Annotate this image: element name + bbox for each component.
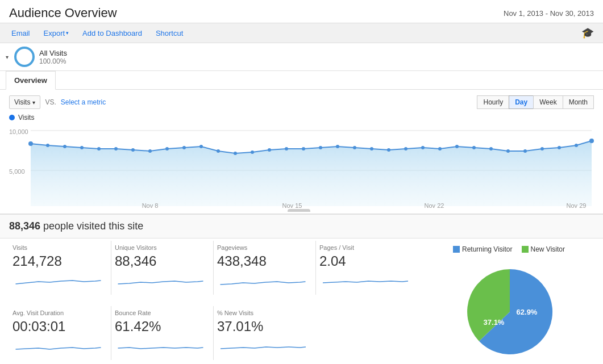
segment-name: All Visits xyxy=(39,49,67,57)
shortcut-button[interactable]: Shortcut xyxy=(153,28,185,39)
stats-count: 88,346 xyxy=(9,220,40,232)
svg-text:Nov 22: Nov 22 xyxy=(425,202,444,209)
time-btn-month[interactable]: Month xyxy=(563,95,594,109)
svg-text:Nov 8: Nov 8 xyxy=(142,202,159,209)
svg-point-13 xyxy=(182,146,186,149)
stat-visits-value: 214,728 xyxy=(13,253,104,269)
stats-row-2: Avg. Visit Duration 00:03:01 Bounce Rate… xyxy=(0,304,444,364)
stat-avg-duration: Avg. Visit Duration 00:03:01 xyxy=(9,306,111,360)
stat-unique-visitors: Unique Visitors 88,346 xyxy=(111,241,214,295)
stat-new-visits: % New Visits 37.01% xyxy=(214,306,316,360)
stat-nv-value: 37.01% xyxy=(217,319,309,334)
segment-info: All Visits 100.00% xyxy=(39,49,67,65)
svg-text:Nov 29: Nov 29 xyxy=(567,202,587,209)
legend-label: Visits xyxy=(18,114,34,122)
segment-dropdown[interactable]: ▾ xyxy=(6,54,9,60)
time-buttons: Hourly Day Week Month xyxy=(477,95,594,109)
stat-ppv-value: 2.04 xyxy=(319,253,411,269)
svg-point-14 xyxy=(199,145,203,148)
stat-pv-label: Pageviews xyxy=(217,244,309,251)
chart-controls: Visits ▾ VS. Select a metric Hourly Day … xyxy=(9,95,594,109)
chart-area: Visits ▾ VS. Select a metric Hourly Day … xyxy=(0,90,603,214)
stat-ad-label: Avg. Visit Duration xyxy=(13,309,104,316)
svg-point-27 xyxy=(421,146,425,149)
svg-point-18 xyxy=(268,148,271,152)
time-btn-week[interactable]: Week xyxy=(533,95,563,109)
svg-point-21 xyxy=(319,146,322,149)
stat-visits-label: Visits xyxy=(13,244,104,251)
svg-point-31 xyxy=(489,147,493,150)
sparkline-visits xyxy=(13,273,104,290)
svg-point-24 xyxy=(370,147,373,150)
stat-pages-per-visit: Pages / Visit 2.04 xyxy=(316,241,418,295)
stat-br-value: 61.42% xyxy=(115,319,206,334)
svg-point-11 xyxy=(148,149,152,153)
pie-legend-new: New Visitor xyxy=(522,245,565,253)
tabs-row: Overview xyxy=(0,71,603,90)
svg-point-32 xyxy=(506,149,510,153)
svg-point-17 xyxy=(251,150,254,154)
chevron-down-icon: ▾ xyxy=(6,54,9,60)
svg-point-15 xyxy=(217,149,220,153)
pie-section: Returning Visitor New Visitor xyxy=(444,239,603,364)
pie-legend: Returning Visitor New Visitor xyxy=(453,245,594,253)
sparkline-ppv xyxy=(319,273,411,290)
page-header: Audience Overview Nov 1, 2013 - Nov 30, … xyxy=(0,0,603,23)
stat-ad-value: 00:03:01 xyxy=(13,319,104,334)
svg-point-19 xyxy=(285,147,288,150)
metric-dropdown[interactable]: Visits ▾ xyxy=(9,95,40,109)
svg-point-20 xyxy=(302,147,305,150)
stat-pv-value: 438,348 xyxy=(217,253,309,269)
time-btn-day[interactable]: Day xyxy=(509,95,534,109)
svg-point-36 xyxy=(575,144,578,147)
svg-point-10 xyxy=(131,148,135,152)
stats-section: Visits 214,728 Unique Visitors 88,346 Pa… xyxy=(0,239,444,364)
stat-ppv-label: Pages / Visit xyxy=(319,244,411,251)
sparkline-uv xyxy=(115,273,206,290)
svg-text:37.1%: 37.1% xyxy=(484,318,505,327)
date-range: Nov 1, 2013 - Nov 30, 2013 xyxy=(504,9,594,18)
svg-point-5 xyxy=(46,144,49,147)
svg-point-22 xyxy=(336,145,339,148)
tab-overview[interactable]: Overview xyxy=(6,71,56,90)
stat-uv-value: 88,346 xyxy=(115,253,206,269)
sparkline-br xyxy=(115,338,206,355)
segment-percentage: 100.00% xyxy=(39,57,67,65)
email-button[interactable]: Email xyxy=(9,28,32,39)
sparkline-nv xyxy=(217,338,309,355)
new-visitor-label: New Visitor xyxy=(531,245,565,253)
select-metric-link[interactable]: Select a metric xyxy=(61,98,106,106)
svg-rect-42 xyxy=(288,209,310,212)
sparkline-pv xyxy=(217,273,309,290)
chart-legend: Visits xyxy=(9,114,594,122)
segment-row: ▾ All Visits 100.00% xyxy=(0,43,603,71)
page-title: Audience Overview xyxy=(9,6,117,20)
svg-point-34 xyxy=(540,147,544,150)
svg-text:10,000: 10,000 xyxy=(9,128,28,135)
stat-nv-label: % New Visits xyxy=(217,309,309,316)
svg-text:Nov 15: Nov 15 xyxy=(282,202,302,209)
export-button[interactable]: Export ▾ xyxy=(41,28,72,39)
stats-header: 88,346 people visited this site xyxy=(0,214,603,239)
segment-circle-icon xyxy=(14,47,35,67)
svg-point-12 xyxy=(165,147,169,150)
svg-point-16 xyxy=(234,152,237,155)
svg-point-37 xyxy=(589,139,594,143)
stat-visits: Visits 214,728 xyxy=(9,241,111,295)
chart-container: 10,000 5,000 xyxy=(9,124,594,214)
svg-point-8 xyxy=(97,147,101,150)
svg-point-23 xyxy=(353,146,356,149)
add-to-dashboard-button[interactable]: Add to Dashboard xyxy=(80,28,144,39)
pie-chart: 62.9% 37.1% xyxy=(453,258,567,360)
svg-text:62.9%: 62.9% xyxy=(517,308,538,316)
time-btn-hourly[interactable]: Hourly xyxy=(477,95,509,109)
svg-point-33 xyxy=(523,149,527,153)
stat-uv-label: Unique Visitors xyxy=(115,244,206,251)
stat-pageviews: Pageviews 438,348 xyxy=(214,241,316,295)
svg-point-6 xyxy=(63,145,66,148)
svg-point-35 xyxy=(558,146,561,149)
stats-text: people visited this site xyxy=(40,220,143,232)
pie-legend-returning: Returning Visitor xyxy=(453,245,513,253)
legend-dot-icon xyxy=(9,115,15,120)
metric-chevron-icon: ▾ xyxy=(32,99,35,106)
